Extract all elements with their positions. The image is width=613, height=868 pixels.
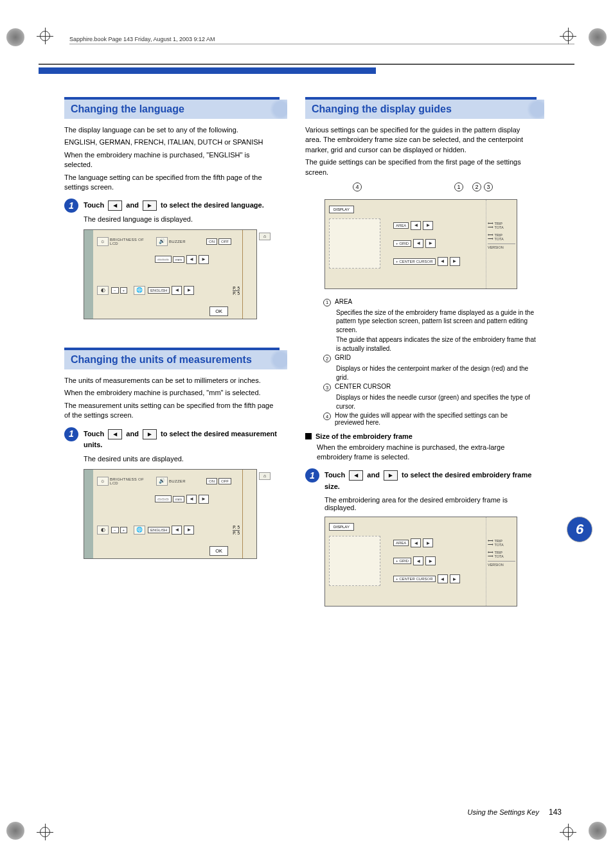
grid-label: + GRID (393, 558, 411, 564)
off-button[interactable]: OFF (218, 478, 231, 484)
guides-screen-figure-2: DISPLAY AREA ◄ ► + GRID ◄ ► (324, 517, 517, 610)
left-arrow-button[interactable]: ◄ (186, 495, 197, 504)
display-button[interactable]: DISPLAY (329, 206, 354, 213)
on-button[interactable]: ON (206, 478, 217, 484)
section-title-text: Changing the units of measurements (71, 354, 252, 365)
center-cursor-label: + CENTER CURSOR (393, 258, 436, 265)
mm-value: mm (173, 496, 184, 502)
screen-label: BRIGHTNESS OF LCD (110, 238, 146, 245)
display-button[interactable]: DISPLAY (329, 523, 354, 531)
plus-button[interactable]: + (120, 287, 128, 294)
square-bullet-icon (305, 433, 312, 439)
registration-mark (563, 31, 573, 41)
section-title: Changing the language (64, 97, 280, 119)
left-arrow-button[interactable]: ◄ (411, 221, 421, 230)
mm-value: mm (173, 256, 184, 263)
screen-label: BUZZER (169, 240, 205, 244)
guides-screen-figure: 4 1 2 3 DISPLAY AREA ◄ ► (324, 182, 517, 292)
left-arrow-button[interactable]: ◄ (172, 526, 182, 535)
body-text: The units of measurements can be set to … (64, 376, 280, 385)
step-text: Touch (84, 201, 106, 209)
legend-body: Displays or hides the needle cursor (gre… (323, 393, 537, 411)
right-arrow-button[interactable]: ► (184, 526, 194, 535)
step-detail: The embroidering area for the desired em… (305, 496, 537, 511)
legend-head: GRID (335, 354, 351, 361)
step-instruction: 1 Touch ◄ and ► to select the desired la… (64, 200, 280, 211)
close-icon[interactable]: ⌂ (259, 233, 271, 240)
callout-number: 1 (454, 182, 463, 191)
version-label: VERSION (488, 244, 515, 247)
chapter-tab: 6 (567, 517, 592, 542)
legend-body: Displays or hides the centerpoint marker… (323, 364, 537, 382)
right-arrow-button[interactable]: ► (423, 221, 433, 230)
left-arrow-button[interactable]: ◄ (186, 255, 197, 264)
language-value: ENGLISH (148, 287, 170, 294)
callout-number: 3 (484, 182, 493, 191)
step-number-badge: 1 (305, 468, 319, 483)
body-text: When the embroidery machine is purchased… (305, 443, 537, 462)
callout-number: 2 (472, 182, 481, 191)
right-arrow-button[interactable]: ► (184, 286, 194, 295)
minus-button[interactable]: − (111, 527, 119, 533)
footer-page-number: 143 (549, 808, 562, 817)
screen-page-indicator: P. 5 P. 5 (233, 525, 240, 535)
right-arrow-button[interactable]: ► (450, 574, 460, 583)
step-number-badge: 1 (64, 427, 78, 441)
registration-mark (40, 827, 50, 837)
sub-heading-text: Size of the embroidery frame (315, 432, 413, 440)
step-detail: The desired units are displayed. (64, 455, 280, 463)
step-text: and (126, 201, 141, 209)
section-title: Changing the units of measurements (64, 348, 280, 369)
section-title: Changing the display guides (305, 97, 537, 119)
step-text: and (367, 471, 382, 479)
plus-button[interactable]: + (120, 527, 128, 533)
corner-ornament (6, 28, 24, 46)
left-arrow-button[interactable]: ◄ (413, 239, 423, 248)
callout-number: 4 (353, 182, 362, 191)
globe-icon: 🌐 (134, 526, 145, 535)
off-button[interactable]: OFF (218, 238, 231, 245)
registration-mark (563, 827, 573, 837)
version-label: VERSION (488, 561, 515, 565)
section-title-text: Changing the language (71, 103, 184, 114)
left-arrow-button[interactable]: ◄ (438, 257, 448, 266)
ok-button[interactable]: OK (209, 306, 228, 316)
left-arrow-button[interactable]: ◄ (172, 286, 182, 295)
page-footer: Using the Settings Key 143 (468, 808, 562, 817)
right-arrow-button[interactable]: ► (450, 257, 460, 266)
minus-button[interactable]: − (111, 287, 119, 294)
right-arrow-button[interactable]: ► (425, 239, 436, 248)
right-arrow-button[interactable]: ► (425, 556, 436, 565)
brightness-icon: ☼ (97, 477, 109, 486)
two-column-layout: Changing the language The display langua… (39, 97, 574, 613)
right-arrow-button[interactable]: ► (423, 538, 433, 547)
left-arrow-button[interactable]: ◄ (411, 538, 421, 547)
body-text: The language setting can be specified fr… (64, 173, 280, 193)
book-header: Sapphire.book Page 143 Friday, August 1,… (69, 36, 574, 44)
preview-area (329, 218, 380, 269)
corner-ornament (6, 822, 24, 840)
on-button[interactable]: ON (206, 238, 217, 245)
step-instruction: 1 Touch ◄ and ► to select the desired me… (64, 429, 280, 451)
ok-button[interactable]: OK (209, 546, 228, 556)
step-text: and (126, 430, 141, 438)
legend-head: CENTER CURSOR (335, 383, 391, 390)
right-arrow-button-icon: ► (384, 470, 398, 481)
area-label: AREA (393, 222, 409, 229)
left-arrow-button[interactable]: ◄ (413, 556, 423, 565)
body-text: The guide settings can be specified from… (305, 157, 537, 177)
legend-head: How the guides will appear with the spec… (335, 412, 537, 426)
legend-body: The guide that appears indicates the siz… (323, 335, 537, 353)
body-text: When the embroidery machine is purchased… (64, 150, 280, 170)
area-label: AREA (393, 540, 409, 546)
callout-number: 3 (323, 384, 331, 391)
close-icon[interactable]: ⌂ (259, 472, 271, 480)
callout-number: 4 (323, 412, 331, 420)
column-right: Changing the display guides Various sett… (305, 97, 537, 613)
right-arrow-button[interactable]: ► (199, 495, 209, 504)
settings-screen-figure: ☼ BRIGHTNESS OF LCD 🔊 BUZZER ON OFF ▭▭▭ … (84, 469, 257, 559)
corner-ornament (589, 822, 607, 840)
left-arrow-button[interactable]: ◄ (438, 574, 448, 583)
right-arrow-button[interactable]: ► (199, 255, 209, 264)
callout-legend: 1AREA Specifies the size of the embroide… (323, 298, 537, 427)
